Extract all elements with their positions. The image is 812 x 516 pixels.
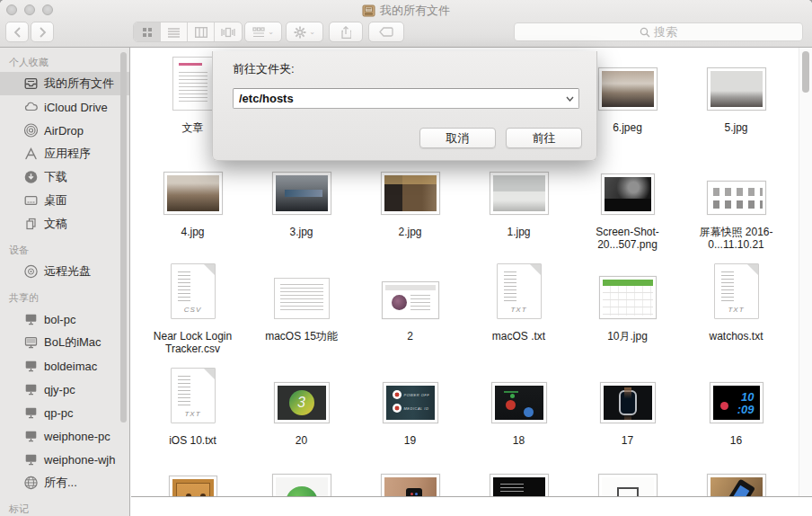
file-thumbnail [601, 173, 655, 215]
sidebar-item-桌面[interactable]: 桌面 [0, 189, 129, 212]
file-item-iOS-10.txt[interactable]: TXTiOS 10.txt [138, 364, 247, 468]
file-thumbnail [274, 278, 330, 319]
file-thumbnail: POWER OFFMEDICAL ID [383, 382, 438, 423]
arrange-menu-button[interactable]: ⌄ [244, 22, 282, 42]
thumbnail-area [464, 458, 573, 496]
sidebar-item-BoL的iMac[interactable]: BoL的iMac [0, 331, 129, 354]
tags-button[interactable] [368, 22, 404, 42]
proxy-document-icon [362, 4, 375, 17]
disc-icon [23, 264, 39, 280]
sidebar-item-iCloud-Drive[interactable]: iCloud Drive [0, 95, 129, 119]
cancel-button[interactable]: 取消 [419, 128, 496, 148]
file-item-Near-Lock-Login-Tracker.csv[interactable]: CSVNear Lock Login Tracker.csv [138, 260, 247, 364]
view-mode-segmented-control [133, 22, 243, 42]
file-label: 3.jpg [251, 226, 353, 238]
scrollbar-thumb[interactable] [802, 51, 809, 93]
vertical-scrollbar[interactable] [799, 48, 812, 496]
thumbnail-area: TXT [138, 364, 247, 431]
thumbnail-text: POWER OFF [393, 390, 435, 399]
file-item-18[interactable]: 18 [464, 364, 573, 468]
file-item-watchos.txt[interactable]: TXTwatchos.txt [682, 260, 790, 364]
share-button[interactable] [329, 22, 363, 42]
sidebar-item-label: 下载 [44, 169, 67, 185]
sidebar-item-AirDrop[interactable]: AirDrop [0, 119, 129, 142]
file-label: 20 [251, 434, 353, 447]
combo-chevron-icon[interactable] [561, 91, 578, 106]
file-item[interactable] [464, 458, 573, 496]
forward-button[interactable] [31, 22, 54, 42]
search-field[interactable]: 搜索 [514, 22, 803, 41]
thumbnail-area [247, 260, 356, 326]
file-thumbnail [163, 172, 223, 215]
file-label: 18 [468, 434, 570, 447]
sidebar-item-label: qp-pc [44, 406, 74, 420]
back-button[interactable] [5, 22, 29, 42]
file-item[interactable] [247, 458, 356, 496]
imac-icon [23, 335, 39, 351]
sidebar-scrollbar[interactable] [120, 52, 127, 423]
file-item-19[interactable]: POWER OFFMEDICAL ID19 [356, 364, 464, 468]
file-item-5.jpg[interactable]: 5.jpg [682, 51, 790, 156]
file-item-3.jpg[interactable]: 3.jpg [247, 156, 356, 260]
sidebar-item-label: boldeimac [44, 360, 97, 373]
sidebar-section-title: 个人收藏 [0, 48, 129, 72]
column-view-button[interactable] [188, 22, 215, 41]
file-item-20[interactable]: 320 [247, 364, 356, 468]
file-item-10月.jpg[interactable]: 10月.jpg [573, 260, 682, 364]
documents-icon [23, 217, 39, 232]
go-button[interactable]: 前往 [506, 128, 582, 148]
file-item-macOS-15功能[interactable]: macOS 15功能 [247, 260, 356, 364]
file-item[interactable] [138, 458, 247, 496]
sidebar-item-boldeimac[interactable]: boldeimac [0, 354, 129, 378]
sidebar-item-weiphone-pc[interactable]: weiphone-pc [0, 424, 129, 448]
applications-icon [23, 147, 39, 162]
file-thumbnail: TXT [497, 263, 542, 319]
sidebar-item-文稿[interactable]: 文稿 [0, 212, 129, 236]
sidebar-item-label: 应用程序 [44, 146, 91, 162]
file-item-2[interactable]: 2 [356, 260, 464, 364]
sidebar-item-bol-pc[interactable]: bol-pc [0, 307, 129, 331]
list-view-button[interactable] [161, 22, 188, 41]
file-label: 5.jpg [685, 121, 788, 134]
thumbnail-area [573, 364, 682, 431]
sidebar-item-label: weiphone-wjh [44, 453, 116, 467]
sidebar-item-所有-[interactable]: 所有... [0, 471, 129, 494]
coverflow-view-button[interactable] [215, 22, 242, 41]
file-item-1.jpg[interactable]: 1.jpg [464, 156, 573, 260]
sidebar-item-weiphone-wjh[interactable]: weiphone-wjh [0, 448, 129, 471]
file-thumbnail [707, 67, 766, 111]
file-item[interactable] [573, 458, 682, 496]
sidebar-item-qp-pc[interactable]: qp-pc [0, 401, 129, 424]
icon-view-button[interactable] [134, 22, 161, 41]
file-label: 16 [685, 434, 788, 447]
sidebar-item-label: bol-pc [44, 313, 75, 326]
file-item-4.jpg[interactable]: 4.jpg [138, 156, 247, 260]
thumbnail-area [356, 156, 464, 222]
sidebar-item-qjy-pc[interactable]: qjy-pc [0, 378, 129, 401]
file-item[interactable] [682, 458, 790, 496]
action-menu-button[interactable]: ⌄ [286, 22, 323, 42]
file-item[interactable] [356, 458, 464, 496]
sidebar-item-应用程序[interactable]: 应用程序 [0, 142, 129, 165]
window-title-area: 我的所有文件 [0, 3, 812, 18]
file-item-屏幕快照-2016-0...11.10.21[interactable]: 屏幕快照 2016-0...11.10.21 [682, 156, 790, 260]
file-item-macOS-.txt[interactable]: TXTmacOS .txt [464, 260, 573, 364]
sidebar-item-远程光盘[interactable]: 远程光盘 [0, 260, 129, 283]
file-thumbnail [169, 476, 217, 496]
file-item-Screen-Shot-20...507.png[interactable]: Screen-Shot-20...507.png [573, 156, 682, 260]
file-item-16[interactable]: 10:0916 [682, 364, 790, 468]
sidebar-item-我的所有文件[interactable]: 我的所有文件 [0, 72, 129, 95]
thumbnail-text: :09 [713, 404, 760, 416]
sidebar-item-下载[interactable]: 下载 [0, 165, 129, 189]
file-item-2.jpg[interactable]: 2.jpg [356, 156, 464, 260]
go-to-folder-dialog: 前往文件夹: 取消 前往 [212, 51, 597, 161]
airdrop-icon [23, 123, 39, 138]
my-files-icon [23, 76, 39, 92]
network-icon [23, 476, 39, 491]
file-item-17[interactable]: 17 [573, 364, 682, 468]
sidebar-item-label: 桌面 [44, 192, 67, 209]
path-input[interactable] [233, 88, 579, 109]
icloud-icon [23, 100, 39, 115]
window-title: 我的所有文件 [380, 3, 450, 19]
file-thumbnail [382, 281, 439, 319]
